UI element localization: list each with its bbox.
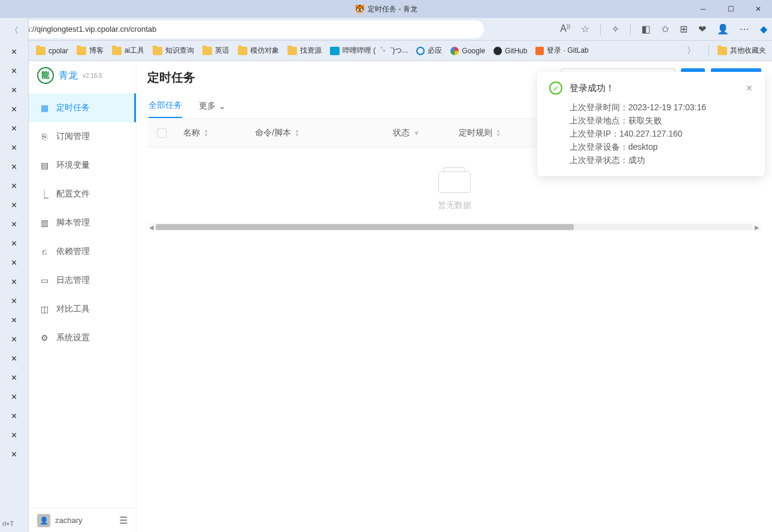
subscribe-icon: ⎘ [40, 132, 49, 141]
tab-close-15[interactable]: ✕ [0, 310, 28, 330]
tab-close-5[interactable]: ✕ [0, 119, 28, 138]
bing-icon [416, 47, 425, 55]
tab-close-4[interactable]: ✕ [0, 99, 28, 119]
filter-icon: ▼ [413, 129, 420, 137]
address-bar: https://qinglongtest1.vip.cpolar.cn/cron… [0, 18, 772, 41]
tab-close-13[interactable]: ✕ [0, 272, 28, 291]
empty-inbox-icon [438, 171, 471, 193]
sidebar-item-env[interactable]: ▤环境变量 [29, 151, 136, 180]
bookmark-cpolar[interactable]: cpolar [36, 47, 68, 55]
bilibili-icon [330, 47, 340, 55]
sidebar-item-config[interactable]: ⎿配置文件 [29, 180, 136, 208]
empty-text: 暂无数据 [438, 200, 471, 211]
bookmark-gitlab[interactable]: 登录 · GitLab [535, 46, 588, 56]
favorite-icon[interactable]: ☆ [581, 23, 589, 35]
tab-close-17[interactable]: ✕ [0, 349, 28, 368]
username: zachary [55, 516, 114, 525]
config-icon: ⎿ [40, 189, 49, 199]
tab-close-3[interactable]: ✕ [0, 80, 28, 99]
scrollbar-thumb[interactable] [156, 224, 574, 230]
col-cron[interactable]: 定时规则▲▼ [452, 128, 541, 138]
tab-close-7[interactable]: ✕ [0, 157, 28, 176]
bookmark-bing[interactable]: 必应 [416, 46, 442, 56]
tab-close-9[interactable]: ✕ [0, 195, 28, 214]
bookmark-english[interactable]: 英语 [202, 46, 229, 56]
scroll-right-icon[interactable]: ▶ [753, 224, 761, 231]
performance-icon[interactable]: ❤ [698, 23, 706, 35]
col-name[interactable]: 名称▲▼ [176, 128, 248, 138]
window-maximize-button[interactable]: ☐ [717, 0, 744, 18]
tab-close-12[interactable]: ✕ [0, 253, 28, 272]
bookmark-other[interactable]: 其他收藏夹 [717, 46, 766, 56]
sidebar-item-diff[interactable]: ◫对比工具 [29, 295, 136, 324]
sidebar-item-subscribe[interactable]: ⎘订阅管理 [29, 122, 136, 151]
bookmark-google[interactable]: Google [450, 47, 485, 55]
folder-icon [717, 47, 727, 55]
google-icon [450, 47, 459, 55]
folder-icon [77, 47, 86, 55]
favorites-star-icon[interactable]: ✩ [661, 23, 669, 35]
bookmark-overflow-icon[interactable]: 〉 [687, 46, 695, 56]
bookmark-aitools[interactable]: ai工具 [112, 46, 144, 56]
bookmark-blog[interactable]: 博客 [77, 46, 104, 56]
log-icon: ▭ [40, 276, 49, 285]
diff-icon: ◫ [40, 304, 49, 314]
tab-close-11[interactable]: ✕ [0, 234, 28, 253]
col-status[interactable]: 状态▼ [386, 128, 452, 138]
sidebar-item-settings[interactable]: ⚙系统设置 [29, 324, 136, 352]
bookmark-github[interactable]: GitHub [494, 47, 527, 55]
sidebar-item-scripts[interactable]: ▥脚本管理 [29, 208, 136, 237]
bookmarks-bar: cpolar 博客 ai工具 知识查询 英语 模仿对象 找资源 哔哩哔哩 (゜-… [0, 41, 772, 61]
notification-close-button[interactable]: ✕ [746, 83, 753, 93]
bookmark-knowledge[interactable]: 知识查询 [153, 46, 194, 56]
tab-close-21[interactable]: ✕ [0, 425, 28, 445]
collapse-sidebar-icon[interactable]: ☰ [119, 515, 128, 526]
browser-tabstrip: 〈 ✕ ✕ ✕ ✕ ✕ ✕ ✕ ✕ ✕ ✕ ✕ ✕ ✕ ✕ ✕ ✕ ✕ ✕ ✕ … [0, 18, 29, 532]
tab-all[interactable]: 全部任务 [149, 94, 182, 118]
schedule-icon: ▦ [40, 103, 49, 113]
tab-close-6[interactable]: ✕ [0, 138, 28, 157]
collections-icon[interactable]: ⊞ [680, 23, 688, 35]
copilot-icon[interactable]: ◆ [760, 23, 767, 35]
tab-close-18[interactable]: ✕ [0, 368, 28, 387]
profile-icon[interactable]: 👤 [717, 23, 729, 35]
tab-more[interactable]: 更多⌄ [199, 95, 226, 117]
separator [630, 23, 631, 35]
url-input[interactable]: https://qinglongtest1.vip.cpolar.cn/cron… [5, 20, 484, 38]
tab-close-19[interactable]: ✕ [0, 387, 28, 406]
bookmark-imitate[interactable]: 模仿对象 [238, 46, 279, 56]
tab-close-16[interactable]: ✕ [0, 330, 28, 349]
tab-close-14[interactable]: ✕ [0, 291, 28, 310]
tab-close-22[interactable]: ✕ [0, 445, 28, 464]
extensions-icon[interactable]: ✧ [611, 23, 619, 35]
logo-icon: 龍 [37, 67, 54, 84]
sidebar-item-crontab[interactable]: ▦定时任务 [29, 93, 136, 122]
window-close-button[interactable]: ✕ [744, 0, 772, 18]
window-minimize-button[interactable]: ─ [689, 0, 717, 18]
col-cmd[interactable]: 命令/脚本▲▼ [248, 128, 386, 138]
tab-close-10[interactable]: ✕ [0, 214, 28, 234]
select-all-checkbox[interactable] [157, 128, 166, 138]
tab-close-8[interactable]: ✕ [0, 176, 28, 195]
folder-icon [36, 47, 46, 55]
sidebar-icon[interactable]: ◧ [641, 23, 650, 35]
horizontal-scrollbar[interactable]: ◀ ▶ [147, 223, 761, 231]
chevron-down-icon: ⌄ [219, 101, 226, 111]
github-icon [494, 47, 502, 55]
more-icon[interactable]: ⋯ [740, 23, 749, 35]
sort-icon: ▲▼ [295, 129, 299, 137]
tab-close-2[interactable]: ✕ [0, 61, 28, 80]
scroll-left-icon[interactable]: ◀ [147, 224, 156, 231]
sidebar-item-logs[interactable]: ▭日志管理 [29, 266, 136, 295]
bookmark-bilibili[interactable]: 哔哩哔哩 (゜-゜)つ... [330, 46, 408, 56]
tab-close-20[interactable]: ✕ [0, 406, 28, 425]
sidebar-item-deps[interactable]: ⎌依赖管理 [29, 237, 136, 266]
notification-title: 登录成功！ [570, 83, 614, 94]
brand-name: 青龙 [59, 69, 78, 82]
tab-close-1[interactable]: ✕ [0, 42, 28, 61]
read-aloud-icon[interactable]: A)) [560, 23, 570, 34]
bookmark-resources[interactable]: 找资源 [287, 46, 322, 56]
folder-icon [112, 47, 122, 55]
notification-body: 上次登录时间：2023-12-19 17:03:16 上次登录地点：获取失败 上… [549, 101, 753, 167]
tabstrip-back-button[interactable]: 〈 [0, 22, 28, 40]
